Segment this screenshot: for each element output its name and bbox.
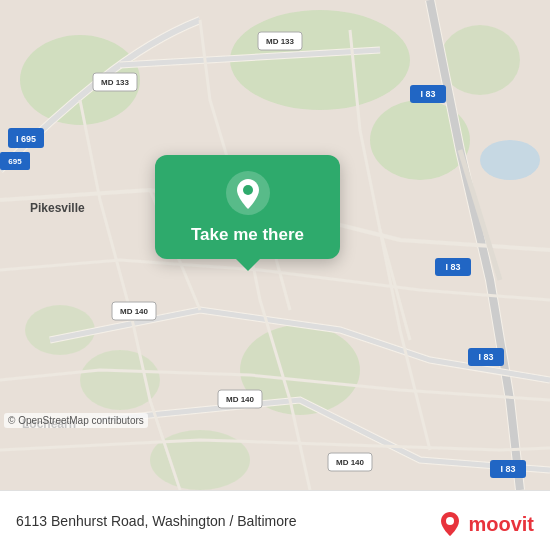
take-me-there-label: Take me there — [191, 225, 304, 245]
moovit-logo: moovit — [436, 510, 534, 538]
svg-point-35 — [243, 185, 253, 195]
svg-point-4 — [440, 25, 520, 95]
map-copyright: © OpenStreetMap contributors — [4, 413, 148, 428]
moovit-text: moovit — [468, 513, 534, 536]
svg-point-6 — [80, 350, 160, 410]
svg-text:I 83: I 83 — [420, 89, 435, 99]
address-text: 6113 Benhurst Road, Washington / Baltimo… — [16, 513, 296, 529]
svg-text:695: 695 — [8, 157, 22, 166]
svg-text:MD 133: MD 133 — [266, 37, 295, 46]
svg-text:MD 133: MD 133 — [101, 78, 130, 87]
moovit-pin-icon — [436, 510, 464, 538]
bottom-bar: 6113 Benhurst Road, Washington / Baltimo… — [0, 490, 550, 550]
svg-text:I 83: I 83 — [478, 352, 493, 362]
svg-text:I 83: I 83 — [500, 464, 515, 474]
address-section: 6113 Benhurst Road, Washington / Baltimo… — [16, 513, 296, 529]
svg-text:MD 140: MD 140 — [226, 395, 255, 404]
take-me-there-callout[interactable]: Take me there — [155, 155, 340, 259]
svg-text:I 695: I 695 — [16, 134, 36, 144]
svg-text:I 83: I 83 — [445, 262, 460, 272]
svg-text:MD 140: MD 140 — [120, 307, 149, 316]
svg-point-36 — [446, 517, 454, 525]
svg-point-9 — [480, 140, 540, 180]
svg-text:MD 140: MD 140 — [336, 458, 365, 467]
map-container: I 695 695 MD 133 MD 133 MD 140 MD 140 MD… — [0, 0, 550, 490]
svg-text:Pikesville: Pikesville — [30, 201, 85, 215]
location-pin-icon — [226, 171, 270, 215]
